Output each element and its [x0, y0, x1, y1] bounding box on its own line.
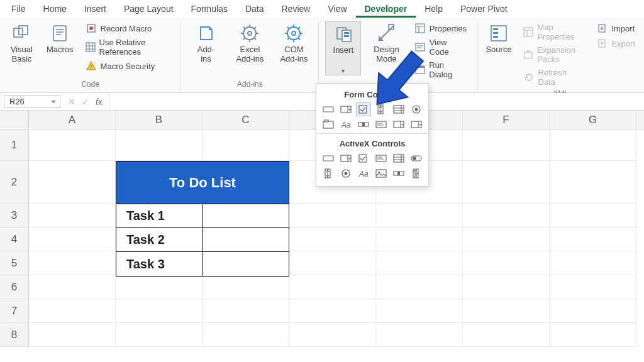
macros-button[interactable]: Macros: [45, 21, 75, 65]
cell[interactable]: [116, 275, 203, 299]
activex-control-scrollbar-icon[interactable]: [392, 167, 406, 180]
tab-file[interactable]: File: [3, 1, 35, 18]
cell[interactable]: [289, 228, 376, 251]
expansion-packs-button[interactable]: Expansion Packs: [521, 44, 586, 65]
cell[interactable]: [376, 204, 463, 228]
column-header-F[interactable]: F: [463, 111, 550, 129]
todo-check-2[interactable]: [203, 228, 289, 251]
map-properties-button[interactable]: Map Properties: [521, 21, 586, 43]
form-control-label-icon[interactable]: Aa: [339, 118, 353, 131]
cell[interactable]: [203, 323, 289, 347]
cell[interactable]: [289, 251, 376, 275]
row-header-1[interactable]: 1: [0, 129, 28, 161]
tab-developer[interactable]: Developer: [356, 1, 416, 18]
tab-formulas[interactable]: Formulas: [182, 1, 236, 18]
cell[interactable]: [463, 299, 550, 323]
cell[interactable]: [376, 251, 463, 275]
form-control-scrollbar-icon[interactable]: [357, 118, 370, 131]
cell[interactable]: [29, 129, 116, 161]
cell[interactable]: [29, 275, 116, 299]
row-header-2[interactable]: 2: [0, 161, 28, 204]
column-header-B[interactable]: B: [116, 111, 203, 129]
todo-check-1[interactable]: [203, 204, 289, 228]
cell[interactable]: [550, 251, 636, 275]
column-header-C[interactable]: C: [203, 111, 289, 129]
activex-control-commandbutton-icon[interactable]: [321, 152, 335, 165]
cell[interactable]: [376, 323, 463, 347]
export-button[interactable]: Export: [594, 36, 638, 50]
tab-help[interactable]: Help: [416, 1, 452, 18]
row-header-3[interactable]: 3: [0, 204, 28, 228]
tab-data[interactable]: Data: [236, 1, 273, 18]
tab-home[interactable]: Home: [35, 1, 75, 18]
column-header-G[interactable]: G: [550, 111, 636, 129]
cell[interactable]: [116, 299, 203, 323]
cell[interactable]: [463, 228, 550, 251]
cell[interactable]: [29, 228, 116, 251]
cell[interactable]: [376, 299, 463, 323]
cell[interactable]: [463, 204, 550, 228]
cell[interactable]: [550, 204, 636, 228]
tab-pagelayout[interactable]: Page Layout: [115, 1, 182, 18]
cell[interactable]: [29, 251, 116, 275]
com-addins-button[interactable]: COM Add-ins: [275, 21, 312, 65]
cancel-formula-icon[interactable]: ✕: [68, 97, 75, 107]
cell[interactable]: [376, 275, 463, 299]
tab-review[interactable]: Review: [273, 1, 319, 18]
tab-view[interactable]: View: [319, 1, 355, 18]
excel-addins-button[interactable]: Excel Add-ins: [231, 21, 268, 65]
cell[interactable]: [550, 129, 636, 161]
cell[interactable]: [550, 228, 636, 251]
import-button[interactable]: Import: [594, 21, 638, 35]
cell[interactable]: [116, 323, 203, 347]
row-header-8[interactable]: 8: [0, 323, 28, 347]
cell[interactable]: [463, 129, 550, 161]
activex-control-toggle-icon[interactable]: [409, 152, 423, 165]
cell[interactable]: [289, 204, 376, 228]
form-control-combo-icon[interactable]: [339, 103, 353, 116]
cell[interactable]: [550, 299, 636, 323]
row-header-4[interactable]: 4: [0, 228, 28, 251]
row-header-7[interactable]: 7: [0, 299, 28, 323]
cell[interactable]: [289, 299, 376, 323]
row-header-6[interactable]: 6: [0, 275, 28, 299]
cell[interactable]: [116, 129, 203, 161]
source-button[interactable]: Source: [484, 21, 514, 65]
form-control-combo2-icon[interactable]: [392, 118, 406, 131]
cell[interactable]: [289, 323, 376, 347]
name-box[interactable]: R26: [4, 95, 60, 108]
use-relative-button[interactable]: Use Relative References: [83, 36, 175, 58]
form-control-textfield-icon[interactable]: [374, 118, 388, 131]
record-macro-button[interactable]: Record Macro: [83, 21, 175, 35]
activex-control-textbox-icon[interactable]: [374, 152, 388, 165]
cell[interactable]: [203, 275, 289, 299]
cell[interactable]: [376, 228, 463, 251]
todo-task-3[interactable]: Task 3: [116, 252, 203, 276]
activex-control-combobox-icon[interactable]: [339, 152, 353, 165]
enter-formula-icon[interactable]: ✓: [82, 97, 89, 107]
cell[interactable]: [463, 251, 550, 275]
activex-control-option-icon[interactable]: [339, 167, 353, 180]
todo-check-3[interactable]: [203, 252, 289, 276]
tab-insert[interactable]: Insert: [75, 1, 115, 18]
activex-control-checkbox-icon[interactable]: [357, 152, 370, 165]
row-header-5[interactable]: 5: [0, 251, 28, 275]
cell[interactable]: [289, 275, 376, 299]
tab-powerpivot[interactable]: Power Pivot: [452, 1, 516, 18]
activex-control-more-icon[interactable]: [409, 167, 423, 180]
cell[interactable]: [550, 161, 636, 204]
activex-control-image-icon[interactable]: [374, 167, 388, 180]
cell[interactable]: [29, 161, 116, 204]
cell[interactable]: [203, 129, 289, 161]
activex-control-listbox-icon[interactable]: [392, 152, 406, 165]
macro-security-button[interactable]: ! Macro Security: [83, 59, 175, 73]
cell[interactable]: [550, 275, 636, 299]
todo-task-2[interactable]: Task 2: [116, 228, 203, 251]
cell[interactable]: [463, 275, 550, 299]
form-control-groupbox-icon[interactable]: [321, 118, 335, 131]
fx-icon[interactable]: fx: [96, 97, 103, 107]
visual-basic-button[interactable]: Visual Basic: [6, 21, 37, 65]
properties-button[interactable]: Properties: [412, 21, 471, 35]
activex-control-label-icon[interactable]: Aa: [357, 167, 370, 180]
activex-control-spin-icon[interactable]: [321, 167, 335, 180]
